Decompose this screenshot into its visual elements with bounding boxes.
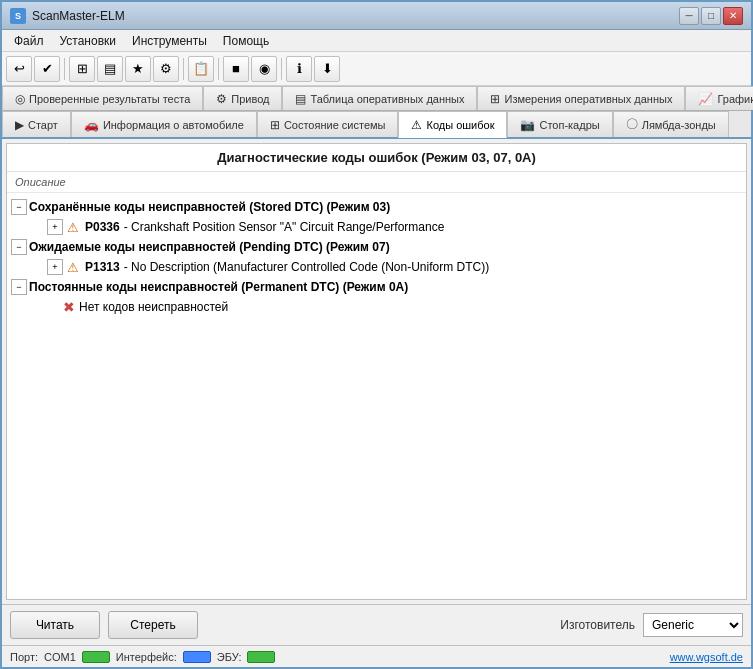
ecu-label: ЭБУ: (217, 651, 242, 663)
toolbar-info-button[interactable]: ℹ (286, 56, 312, 82)
manufacturer-select[interactable]: Generic (643, 613, 743, 637)
toolbar-sep1 (64, 58, 65, 80)
tab-test-results[interactable]: ◎ Проверенные результаты теста (2, 86, 203, 110)
permanent-dtc-expand[interactable]: − (11, 279, 27, 295)
toolbar-check-button[interactable]: ✔ (34, 56, 60, 82)
ecu-indicator (247, 651, 275, 663)
tab-system-state[interactable]: ⊞ Состояние системы (257, 111, 399, 137)
tab-graphs[interactable]: 📈 Графики оперативных данных (685, 86, 753, 110)
tab-error-codes-label: Коды ошибок (426, 119, 494, 131)
dtc-p0336-desc: - Crankshaft Position Sensor "A" Circuit… (124, 220, 445, 234)
toolbar-clipboard-button[interactable]: 📋 (188, 56, 214, 82)
tab-data-table-icon: ▤ (295, 92, 306, 106)
tab-row-1: ◎ Проверенные результаты теста ⚙ Привод … (2, 86, 751, 111)
toolbar-settings-button[interactable]: ⚙ (153, 56, 179, 82)
content-area: Диагностические коды ошибок (Режим 03, 0… (2, 139, 751, 604)
no-code-icon: ✖ (63, 299, 75, 315)
interface-indicator (183, 651, 211, 663)
toolbar-circle-button[interactable]: ◉ (251, 56, 277, 82)
pending-dtc-children: + ⚠ P1313 - No Description (Manufacturer… (27, 257, 746, 277)
toolbar-download-button[interactable]: ⬇ (314, 56, 340, 82)
toolbar-sep3 (218, 58, 219, 80)
description-header: Описание (7, 172, 746, 193)
toolbar-box-button[interactable]: ■ (223, 56, 249, 82)
tab-measurements[interactable]: ⊞ Измерения оперативных данных (477, 86, 685, 110)
dtc-p1313-expand[interactable]: + (47, 259, 63, 275)
tab-system-state-icon: ⊞ (270, 118, 280, 132)
tab-freeze-frames[interactable]: 📷 Стоп-кадры (507, 111, 612, 137)
menu-bar: Файл Установки Инструменты Помощь (2, 30, 751, 52)
tab-drive-icon: ⚙ (216, 92, 227, 106)
tab-data-table[interactable]: ▤ Таблица оперативных данных (282, 86, 477, 110)
tab-start-label: Старт (28, 119, 58, 131)
tab-lambda-label: Лямбда-зонды (642, 119, 716, 131)
tab-graphs-label: Графики оперативных данных (717, 93, 753, 105)
tab-lambda[interactable]: 〇 Лямбда-зонды (613, 111, 729, 137)
tab-start-icon: ▶ (15, 118, 24, 132)
title-bar: S ScanMaster-ELM ─ □ ✕ (2, 2, 751, 30)
maximize-button[interactable]: □ (701, 7, 721, 25)
tab-test-results-icon: ◎ (15, 92, 25, 106)
toolbar-back-button[interactable]: ↩ (6, 56, 32, 82)
minimize-button[interactable]: ─ (679, 7, 699, 25)
pending-dtc-label: Ожидаемые коды неисправностей (Pending D… (29, 240, 390, 254)
dtc-p1313-desc: - No Description (Manufacturer Controlle… (124, 260, 489, 274)
pending-dtc-expand[interactable]: − (11, 239, 27, 255)
tab-row-2: ▶ Старт 🚗 Информация о автомобиле ⊞ Сост… (2, 111, 751, 139)
tab-drive[interactable]: ⚙ Привод (203, 86, 282, 110)
tab-lambda-icon: 〇 (626, 116, 638, 133)
footer: Читать Стереть Изготовитель Generic (2, 604, 751, 645)
toolbar: ↩ ✔ ⊞ ▤ ★ ⚙ 📋 ■ ◉ ℹ ⬇ (2, 52, 751, 86)
dtc-p1313[interactable]: + ⚠ P1313 - No Description (Manufacturer… (43, 257, 746, 277)
permanent-dtc-group[interactable]: − Постоянные коды неисправностей (Perman… (7, 277, 746, 297)
window-title: ScanMaster-ELM (32, 9, 679, 23)
toolbar-sep2 (183, 58, 184, 80)
no-codes-label: Нет кодов неисправностей (79, 300, 228, 314)
toolbar-grid-button[interactable]: ⊞ (69, 56, 95, 82)
dtc-p0336[interactable]: + ⚠ P0336 - Crankshaft Position Sensor "… (43, 217, 746, 237)
close-button[interactable]: ✕ (723, 7, 743, 25)
dtc-no-codes: ✖ Нет кодов неисправностей (43, 297, 746, 317)
dtc-p0336-warn-icon: ⚠ (65, 220, 81, 234)
menu-file[interactable]: Файл (6, 32, 52, 50)
port-label: Порт: (10, 651, 38, 663)
dtc-p1313-warn-icon: ⚠ (65, 260, 81, 274)
tab-graphs-icon: 📈 (698, 92, 713, 106)
website-link[interactable]: www.wgsoft.de (670, 651, 743, 663)
window-controls: ─ □ ✕ (679, 7, 743, 25)
panel-title: Диагностические коды ошибок (Режим 03, 0… (7, 144, 746, 172)
clear-button[interactable]: Стереть (108, 611, 198, 639)
tab-car-info-label: Информация о автомобиле (103, 119, 244, 131)
tab-start[interactable]: ▶ Старт (2, 111, 71, 137)
dtc-p1313-code: P1313 (85, 260, 120, 274)
tab-error-codes-icon: ⚠ (411, 118, 422, 132)
menu-settings[interactable]: Установки (52, 32, 124, 50)
menu-help[interactable]: Помощь (215, 32, 277, 50)
stored-dtc-label: Сохранённые коды неисправностей (Stored … (29, 200, 390, 214)
stored-dtc-expand[interactable]: − (11, 199, 27, 215)
toolbar-star-button[interactable]: ★ (125, 56, 151, 82)
tab-drive-label: Привод (231, 93, 269, 105)
toolbar-table-button[interactable]: ▤ (97, 56, 123, 82)
tab-error-codes[interactable]: ⚠ Коды ошибок (398, 111, 507, 138)
stored-dtc-group[interactable]: − Сохранённые коды неисправностей (Store… (7, 197, 746, 217)
tab-data-table-label: Таблица оперативных данных (310, 93, 464, 105)
toolbar-sep4 (281, 58, 282, 80)
tab-car-info[interactable]: 🚗 Информация о автомобиле (71, 111, 257, 137)
pending-dtc-group[interactable]: − Ожидаемые коды неисправностей (Pending… (7, 237, 746, 257)
tab-measurements-icon: ⊞ (490, 92, 500, 106)
interface-label: Интерфейс: (116, 651, 177, 663)
tab-system-state-label: Состояние системы (284, 119, 386, 131)
tab-test-results-label: Проверенные результаты теста (29, 93, 190, 105)
port-indicator (82, 651, 110, 663)
read-button[interactable]: Читать (10, 611, 100, 639)
menu-tools[interactable]: Инструменты (124, 32, 215, 50)
tab-measurements-label: Измерения оперативных данных (504, 93, 672, 105)
app-icon: S (10, 8, 26, 24)
tab-freeze-frames-icon: 📷 (520, 118, 535, 132)
manufacturer-label: Изготовитель (560, 618, 635, 632)
main-panel: Диагностические коды ошибок (Режим 03, 0… (6, 143, 747, 600)
permanent-dtc-children: ✖ Нет кодов неисправностей (27, 297, 746, 317)
dtc-p0336-expand[interactable]: + (47, 219, 63, 235)
tab-freeze-frames-label: Стоп-кадры (539, 119, 599, 131)
